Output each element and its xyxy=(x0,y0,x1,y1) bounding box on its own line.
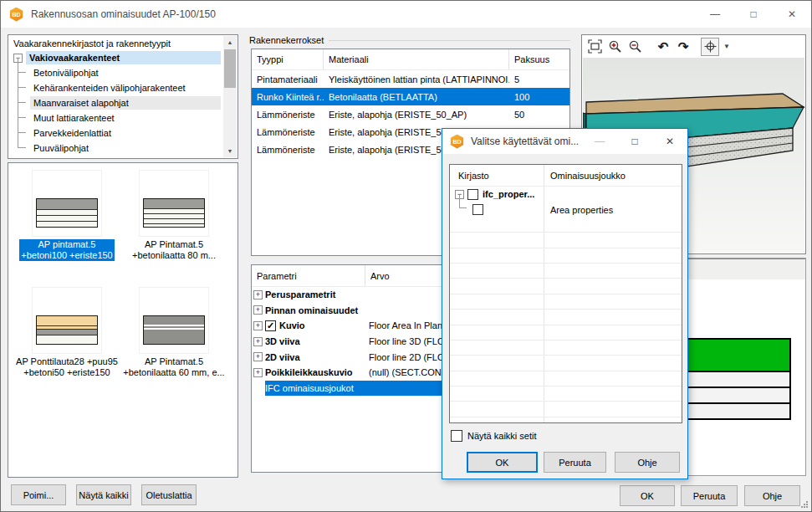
floor-type-item[interactable]: AP Pintamat.5+betonilaatta 80 m... xyxy=(120,170,227,277)
checkbox-icon[interactable] xyxy=(451,430,462,442)
tree-item-label: Parvekkeidenlattiat xyxy=(30,126,221,140)
parameter-label: Kuvio xyxy=(279,320,305,330)
tree-item[interactable]: Maanvaraiset alapohjat xyxy=(8,95,237,110)
tree-root-item[interactable]: − Vakiovaakarakenteet xyxy=(8,50,237,65)
empty-row xyxy=(450,294,682,310)
scroll-down-icon[interactable]: ▼ xyxy=(223,145,237,157)
center-view-icon[interactable] xyxy=(701,38,719,56)
tree-item[interactable]: Muut lattiarakenteet xyxy=(8,110,237,125)
ok-button[interactable]: OK xyxy=(620,485,675,506)
cell-paksuus: 50 xyxy=(509,110,569,120)
viewer-options-dropdown-icon[interactable]: ▼ xyxy=(721,38,733,56)
dialog-ok-button[interactable]: OK xyxy=(467,452,538,473)
floor-type-label-line1: AP Ponttilauta28 +puu95 xyxy=(16,356,118,367)
rotate-right-icon[interactable]: ↷ xyxy=(674,38,692,56)
fit-view-icon[interactable] xyxy=(585,38,604,56)
tree-header: Vaakarakennekirjastot ja rakennetyypit xyxy=(8,35,237,50)
dialog-help-button[interactable]: Ohje xyxy=(615,452,680,473)
poimi-button[interactable]: Poimi... xyxy=(11,484,66,505)
col-tyyppi[interactable]: Tyyppi xyxy=(252,49,324,69)
help-button[interactable]: Ohje xyxy=(744,485,800,506)
tree-item[interactable]: Puuvälipohjat xyxy=(8,141,237,156)
empty-row xyxy=(450,248,682,264)
col-parametri[interactable]: Parametri xyxy=(252,265,365,286)
dialog-title: Valitse käytettävät omi... xyxy=(471,136,579,147)
cancel-button[interactable]: Peruuta xyxy=(681,485,738,506)
expand-icon[interactable]: + xyxy=(253,305,263,315)
empty-row xyxy=(450,264,682,279)
tree-item[interactable]: Kehärankenteiden välipohjarakenteet xyxy=(8,80,237,95)
expand-icon[interactable]: + xyxy=(253,352,263,361)
tree-item-label: Kehärankenteiden välipohjarakenteet xyxy=(30,81,221,95)
dialog-cancel-button[interactable]: Peruuta xyxy=(544,452,606,473)
parameter-label: IFC ominaisuusjoukot xyxy=(265,383,354,393)
floor-type-label-line1: AP Pintamat.5 xyxy=(132,239,216,250)
col-materiaali[interactable]: Materiaali xyxy=(324,49,509,69)
viewer-toolbar: ↶ ↷ ▼ xyxy=(582,35,805,58)
layer-row[interactable]: Runko Kiinteä r...Betonilaatta (BETLAATT… xyxy=(252,88,569,105)
show-all-sets-checkbox[interactable]: Näytä kaikki setit xyxy=(451,430,537,442)
floor-type-label: AP Pintamat.5+betonilaatta 80 m... xyxy=(130,239,217,261)
empty-row xyxy=(450,340,682,356)
cell-paksuus: 5 xyxy=(509,74,569,84)
cell-tyyppi: Runko Kiinteä r... xyxy=(252,92,324,102)
resize-grip[interactable] xyxy=(801,501,808,508)
scrollbar-thumb[interactable] xyxy=(224,49,236,88)
dialog-title-bar: BD Valitse käytettävät omi... — □ ✕ xyxy=(442,129,687,154)
rotate-left-icon[interactable]: ↶ xyxy=(654,38,672,56)
checkbox-icon[interactable]: ✓ xyxy=(265,320,276,331)
floor-type-item[interactable]: AP pintamat.5+betoni100 +eriste150 xyxy=(13,170,120,277)
structure-library-panel: Vaakarakennekirjastot ja rakennetyypit −… xyxy=(8,34,238,159)
minimize-button[interactable]: — xyxy=(696,1,734,28)
tree-item-label: Muut lattiarakenteet xyxy=(30,111,221,125)
expand-icon[interactable]: + xyxy=(253,321,263,330)
close-button[interactable]: ✕ xyxy=(773,1,811,28)
tree-item[interactable]: Betonivälipohjat xyxy=(8,65,237,80)
cell-materiaali: Betonilaatta (BETLAATTA) xyxy=(324,92,509,102)
col-ominaisuusjoukko[interactable]: Ominaisuusjoukko xyxy=(544,171,626,181)
oletuslattia-button[interactable]: Oletuslattia xyxy=(141,484,197,505)
dialog-maximize-button[interactable]: □ xyxy=(617,129,652,154)
layer-structure-icon xyxy=(36,198,98,228)
dialog-minimize-button[interactable]: — xyxy=(582,129,617,154)
expand-icon[interactable]: + xyxy=(253,337,263,346)
checkbox-icon[interactable] xyxy=(467,189,478,200)
title-bar: BD Rakennusosan ominaisuudet AP-100/150 … xyxy=(1,1,811,28)
zoom-out-icon[interactable] xyxy=(626,38,644,56)
tree-item[interactable]: Parvekkeidenlattiat xyxy=(8,125,237,141)
property-set-table: Kirjasto Ominaisuusjoukko −ifc_proper...… xyxy=(449,164,682,423)
col-kirjasto[interactable]: Kirjasto xyxy=(450,171,544,181)
empty-row xyxy=(450,325,682,340)
col-paksuus[interactable]: Paksuus xyxy=(509,49,569,69)
tree-children: BetonivälipohjatKehärankenteiden välipoh… xyxy=(8,65,237,156)
property-set-row[interactable]: −ifc_proper... xyxy=(450,187,682,202)
layers-group-header: Rakennekerrokset xyxy=(249,35,570,45)
floor-type-thumbnail xyxy=(32,287,102,354)
zoom-in-icon[interactable] xyxy=(605,38,624,56)
tree-connector xyxy=(18,58,28,73)
layer-row[interactable]: LämmöneristeEriste, alapohja (ERISTE_50_… xyxy=(252,105,569,123)
property-set-name: Area properties xyxy=(550,205,613,215)
tree-scrollbar[interactable]: ▲ ▼ xyxy=(223,36,237,157)
expand-icon[interactable]: + xyxy=(253,290,263,300)
expand-icon[interactable]: + xyxy=(253,368,263,377)
tree-connector xyxy=(18,103,28,118)
floor-type-item[interactable]: AP Pintamat.5+betonilaatta 60 mm, e... xyxy=(120,287,227,394)
cell-materiaali: Yleiskäyttöinen lattian pinta (LATTIAPIN… xyxy=(324,74,509,84)
floor-type-item[interactable]: AP Ponttilauta28 +puu95+betoni50 +eriste… xyxy=(13,287,120,394)
layer-row[interactable]: PintamateriaaliYleiskäyttöinen lattian p… xyxy=(252,70,569,88)
property-set-table-header: Kirjasto Ominaisuusjoukko xyxy=(450,165,682,187)
parameter-label: Poikkileikkauskuvio xyxy=(265,367,353,377)
dialog-close-button[interactable]: ✕ xyxy=(652,129,687,154)
checkbox-icon[interactable] xyxy=(472,204,483,215)
property-set-row[interactable]: Area properties xyxy=(450,202,682,217)
maximize-button[interactable]: □ xyxy=(734,1,773,28)
cell-materiaali: Eriste, alapohja (ERISTE_50_AP) xyxy=(324,110,509,120)
nayta-kaikki-button[interactable]: Näytä kaikki xyxy=(76,484,131,505)
floor-type-thumbnail xyxy=(139,170,209,237)
cell-paksuus: 100 xyxy=(509,92,569,102)
cell-tyyppi: Lämmöneriste xyxy=(252,127,324,137)
scroll-up-icon[interactable]: ▲ xyxy=(223,36,237,49)
dialog-app-icon: BD xyxy=(450,135,464,149)
parameter-label: Perusparametrit xyxy=(265,289,335,300)
